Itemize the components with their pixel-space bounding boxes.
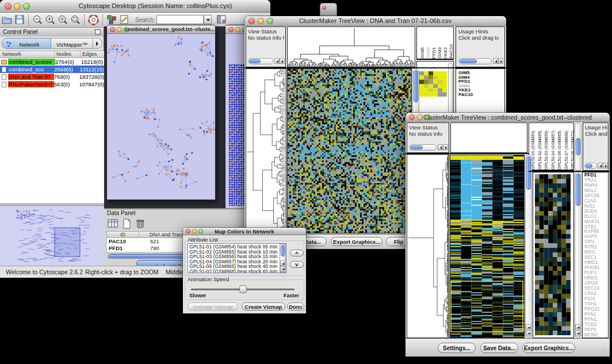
scrollbar-thumb[interactable]: [576, 174, 580, 206]
toolbar-separator: [102, 14, 103, 26]
chevron-down-icon: [206, 19, 211, 24]
tv2-column-dendrogram[interactable]: [450, 122, 527, 153]
network-row[interactable]: RNAPuberNov2+|563(0)107847(0): [0, 81, 104, 88]
gene-label[interactable]: PAC10: [458, 93, 504, 97]
slower-label: Slower: [189, 293, 206, 298]
scroll-down-button[interactable]: [280, 266, 285, 272]
close-button[interactable]: [228, 27, 234, 32]
scrollbar-thumb[interactable]: [526, 156, 531, 190]
scroll-left-button[interactable]: [598, 163, 603, 168]
minimize-button[interactable]: [235, 27, 240, 32]
tv2-status-hscrollbar[interactable]: [409, 144, 437, 151]
scroll-right-button[interactable]: [498, 58, 503, 64]
save-data-button[interactable]: Save Data...: [480, 343, 518, 353]
scroll-up-button[interactable]: [575, 324, 580, 330]
scroll-right-button[interactable]: [280, 58, 285, 64]
tv2-labels-vscrollbar[interactable]: [575, 122, 582, 171]
table-mode-icon[interactable]: [108, 219, 118, 229]
scroll-right-button[interactable]: [443, 144, 448, 150]
scroll-up-button[interactable]: [526, 324, 531, 330]
speed-slider-thumb[interactable]: [239, 285, 247, 293]
settings-button[interactable]: Settings...: [438, 343, 476, 353]
create-vizmap-button[interactable]: Create Vizmap: [242, 302, 285, 311]
export-graphics-button[interactable]: Export Graphics...: [522, 343, 575, 353]
zoom-in-icon[interactable]: [45, 14, 55, 27]
tv2-zoom-heatmap-panel[interactable]: [533, 172, 574, 338]
col-id[interactable]: ID: [107, 232, 139, 237]
main-titlebar[interactable]: Cytoscape Desktop (Session Name: collins…: [0, 0, 270, 13]
delete-attribute-icon[interactable]: [135, 219, 146, 229]
tv2-titlebar[interactable]: ClusterMaker TreeView : combined_scores_…: [406, 113, 610, 122]
tv2-heatmap-vscrollbar[interactable]: [525, 155, 532, 338]
attribute-item[interactable]: GPL51-07 (GSM868) heat shock 60 min: [189, 269, 285, 273]
zoom-selected-icon[interactable]: [70, 14, 81, 27]
column-label: YKE2: [443, 47, 448, 59]
tv1-gene-dendrogram[interactable]: [246, 68, 286, 233]
resize-grip[interactable]: [299, 306, 305, 313]
network-view-titlebar[interactable]: combined_scores_good.txt--cluste...: [107, 25, 215, 34]
tab-network[interactable]: Network: [2, 38, 51, 49]
tab-vizmapper[interactable]: VizMapper™: [51, 38, 93, 49]
tv1-hints-hscrollbar[interactable]: [458, 58, 492, 64]
zoom-fit-icon[interactable]: [58, 14, 68, 27]
tv2-hints-hscrollbar[interactable]: [584, 163, 597, 169]
resize-grip[interactable]: [602, 349, 609, 356]
network-row[interactable]: combined_sco2569(6)13112(15): [0, 66, 104, 73]
scrollbar-thumb[interactable]: [586, 164, 592, 168]
scrollbar-thumb[interactable]: [281, 245, 285, 256]
column-label: GPL51-02 (GSM855): [537, 131, 544, 170]
tv1-titlebar[interactable]: ClusterMaker TreeView : DNA and Tran 07-…: [244, 16, 506, 26]
attribute-list[interactable]: GPL51-01 (GSM854) heat shock 05 minGPL51…: [188, 243, 286, 273]
scroll-right-button[interactable]: [603, 163, 608, 168]
col-nodes[interactable]: Nodes: [55, 51, 81, 58]
animate-vizmap-button[interactable]: Animate Vizmap: [188, 302, 238, 311]
save-icon[interactable]: [14, 14, 25, 27]
network-edges: 183728(0): [79, 74, 104, 80]
tv1-heatmap[interactable]: [287, 68, 412, 233]
view-status-label: View Status: [409, 124, 438, 131]
export-graphics-button[interactable]: Export Graphics...: [331, 237, 382, 246]
search-input[interactable]: [156, 15, 204, 24]
move-down-button[interactable]: v: [290, 261, 304, 268]
zoom-out-icon[interactable]: [32, 14, 43, 27]
col-network[interactable]: Network: [0, 51, 55, 58]
col-edges[interactable]: Edges: [81, 51, 104, 58]
scrollbar-thumb[interactable]: [460, 59, 477, 63]
tv1-status-hscrollbar[interactable]: [248, 58, 273, 64]
scrollbar-thumb[interactable]: [249, 59, 261, 63]
scrollbar-thumb[interactable]: [410, 145, 423, 150]
float-panel-icon[interactable]: [95, 29, 101, 35]
scroll-left-button[interactable]: [274, 58, 280, 64]
help-lifering-icon[interactable]: [88, 14, 99, 27]
network-row[interactable]: combined_scores2764(0)16218(0): [0, 58, 104, 66]
new-attribute-icon[interactable]: [121, 219, 132, 229]
birdseye-canvas[interactable]: [2, 207, 102, 265]
tv1-column-dendrogram[interactable]: [287, 26, 415, 67]
tv2-heatmap[interactable]: [450, 155, 525, 338]
dialog-titlebar[interactable]: Map Colors to Network: [183, 228, 306, 235]
scrollbar-thumb[interactable]: [414, 70, 418, 102]
attribute-list-vscrollbar[interactable]: [280, 244, 286, 273]
scroll-up-button[interactable]: [280, 260, 285, 266]
tv1-usage-hints-panel: Usage Hints Click and drag tc: [456, 26, 505, 67]
network-row[interactable]: DNA and Tran 07769(0)183728(0): [0, 73, 104, 81]
tv1-similarity-matrix[interactable]: [419, 71, 447, 97]
scrollbar-thumb[interactable]: [576, 138, 580, 155]
file-icon: [2, 67, 6, 72]
tv2-zoom-vscrollbar[interactable]: [575, 172, 582, 338]
network-canvas[interactable]: [107, 34, 215, 200]
birdseye-view[interactable]: [0, 205, 104, 266]
search-dropdown-button[interactable]: [204, 15, 212, 24]
scroll-left-button[interactable]: [438, 144, 443, 150]
tv2-gene-dendrogram[interactable]: [407, 154, 449, 338]
gene-label[interactable]: MON2: [584, 333, 608, 338]
close-button[interactable]: [322, 6, 326, 10]
scroll-down-button[interactable]: [526, 331, 531, 336]
scroll-left-button[interactable]: [493, 58, 498, 64]
desktop: Cytoscape Desktop (Session Name: collins…: [0, 0, 612, 364]
move-up-button[interactable]: ^: [290, 250, 304, 256]
open-file-icon[interactable]: [1, 14, 12, 27]
network-nodes: 769(0): [54, 74, 79, 80]
tab-overflow-button[interactable]: [93, 38, 102, 49]
scroll-down-button[interactable]: [575, 331, 580, 336]
